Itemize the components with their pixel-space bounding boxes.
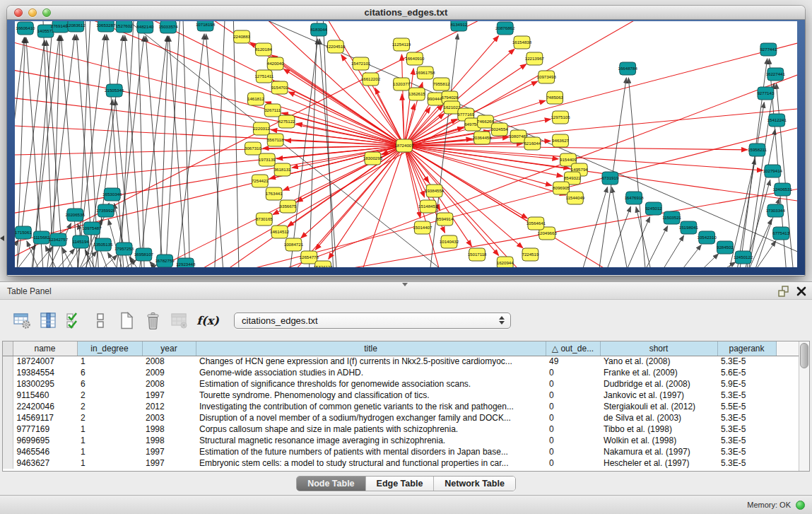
graph-node-label: 8134912 — [450, 22, 467, 27]
cell: Franke et al. (2009) — [600, 367, 717, 378]
table-row[interactable]: 969969511998Structural magnetic resonanc… — [3, 435, 800, 446]
column-header-in_degree[interactable]: in_degree — [77, 341, 142, 356]
cell: 5.5E-5 — [717, 401, 776, 412]
cell: 2008 — [142, 378, 196, 390]
graph-node-label: 1763441 — [266, 191, 283, 196]
delete-table-button[interactable] — [170, 311, 189, 330]
row-gutter — [3, 390, 13, 401]
cell: 0 — [546, 446, 600, 457]
table-row[interactable]: 946554611997Estimation of the future num… — [3, 446, 800, 457]
cell: 1997 — [142, 457, 196, 469]
vertical-scrollbar[interactable] — [799, 341, 809, 471]
graph-node-label: 6731919 — [601, 175, 618, 180]
table-row[interactable]: 1830029562008Estimation of significance … — [3, 378, 800, 390]
graph-edge — [736, 103, 765, 267]
cell: 18724007 — [13, 356, 77, 367]
table-row[interactable]: 1456911722003Disruption of a novel membe… — [3, 412, 800, 424]
graph-node-label: 15148451 — [418, 204, 438, 209]
graph-node-label: 7224519 — [522, 252, 539, 257]
cell: 1998 — [142, 435, 196, 446]
float-panel-icon[interactable] — [777, 285, 789, 298]
network-window[interactable]: citations_edges.txt 18724007112541191664… — [7, 6, 805, 276]
cell: 2008 — [142, 356, 196, 367]
cell: 5.3E-5 — [717, 390, 776, 401]
collapse-west-panel-arrow[interactable] — [0, 235, 4, 241]
graph-node-label: 2220312 — [253, 126, 270, 131]
column-header-out_de[interactable]: △ out_de... — [546, 341, 600, 356]
graph-node-label: 7485063 — [546, 95, 563, 100]
new-column-icon — [118, 312, 136, 329]
close-window-button[interactable] — [14, 8, 23, 17]
table-selector[interactable]: citations_edges.txt — [234, 313, 511, 329]
graph-node-label: 10542310 — [698, 235, 717, 240]
column-header-year[interactable]: year — [142, 341, 196, 356]
cell: Tourette syndrome. Phenomenology and cla… — [196, 390, 546, 401]
graph-node-label: 11544049 — [565, 195, 584, 200]
graph-node-label: 10084721 — [284, 242, 304, 247]
graph-node-label: 21505346 — [105, 88, 124, 93]
cell: 1997 — [142, 446, 196, 457]
cell: Stergiakouli et al. (2012) — [600, 401, 717, 412]
table-row[interactable]: 1872400712008Changes of HCN gene express… — [3, 356, 800, 367]
delete-column-button[interactable] — [143, 311, 163, 330]
graph-edge — [309, 21, 317, 267]
filler-cell — [776, 457, 800, 469]
filler-cell — [776, 435, 800, 446]
graph-node-label: 12204510 — [326, 44, 346, 49]
column-header-title[interactable]: title — [196, 341, 546, 356]
table-mode-button[interactable] — [13, 311, 32, 330]
graph-node-label: 16476918 — [624, 195, 644, 200]
graph-edge — [624, 217, 649, 267]
attribute-table[interactable]: namein_degreeyeartitle△ out_de...shortpa… — [3, 341, 800, 469]
create-column-button[interactable] — [117, 311, 136, 330]
column-header-short[interactable]: short — [600, 341, 717, 356]
graph-node-label: 10973493 — [537, 74, 557, 79]
table-row[interactable]: 1938455462009Genome-wide association stu… — [3, 367, 800, 378]
zoom-window-button[interactable] — [42, 8, 51, 17]
row-gutter — [3, 378, 13, 390]
memory-ok-indicator[interactable] — [796, 501, 805, 510]
cell: 2 — [77, 412, 142, 424]
row-gutter — [3, 446, 13, 457]
select-rows-button[interactable] — [65, 311, 84, 330]
graph-node-label: 15472101 — [351, 61, 371, 66]
table-panel-title: Table Panel — [7, 286, 52, 296]
tab-network-table[interactable]: Network Table — [433, 477, 515, 491]
cell: Yano et al. (2008) — [600, 356, 717, 367]
tab-node-table[interactable]: Node Table — [297, 477, 365, 491]
row-gutter — [3, 356, 13, 367]
graph-node-label: 1145194 — [72, 239, 89, 244]
table-selector-value: citations_edges.txt — [242, 315, 318, 326]
graph-node-label: 10279414 — [763, 168, 783, 173]
column-header-name[interactable]: name — [13, 341, 77, 356]
scrollbar-thumb[interactable] — [800, 343, 808, 368]
table-panel-header[interactable]: Table Panel — [0, 281, 812, 300]
show-columns-button[interactable] — [39, 311, 58, 330]
cell: Dudbridge et al. (2008) — [600, 378, 717, 390]
splitter-handle[interactable] — [402, 283, 408, 286]
function-builder-button[interactable]: f(x) — [196, 311, 220, 330]
filler-cell — [776, 401, 800, 412]
tab-edge-table[interactable]: Edge Table — [365, 477, 434, 491]
graph-edge — [33, 21, 54, 267]
window-titlebar[interactable]: citations_edges.txt — [7, 6, 805, 20]
table-row[interactable]: 2242004622012Investigating the contribut… — [3, 401, 800, 412]
column-header-pagerank[interactable]: pagerank — [717, 341, 776, 356]
network-svg[interactable]: 1872400711254119166409101696175879558129… — [15, 21, 797, 267]
graph-node-label: 8549322 — [564, 175, 581, 180]
row-height-button[interactable] — [91, 311, 110, 330]
cell: 5.9E-5 — [717, 378, 776, 390]
graph-node-label: 8120184 — [255, 47, 272, 52]
window-title: citations_edges.txt — [7, 6, 805, 20]
graph-node-label: 16612202 — [361, 76, 381, 81]
cell: Disruption of a novel member of a sodium… — [196, 412, 546, 424]
graph-edge — [309, 184, 797, 267]
window-controls — [14, 8, 51, 17]
table-row[interactable]: 946362711997Embryonic stem cells: a mode… — [3, 457, 800, 469]
filler-cell — [776, 367, 800, 378]
close-panel-icon[interactable] — [796, 286, 806, 296]
minimize-window-button[interactable] — [28, 8, 37, 17]
cell: 1 — [77, 457, 142, 469]
table-row[interactable]: 977716911998Corpus callosum shape and si… — [3, 424, 800, 435]
table-row[interactable]: 911546021997Tourette syndrome. Phenomeno… — [3, 390, 800, 401]
